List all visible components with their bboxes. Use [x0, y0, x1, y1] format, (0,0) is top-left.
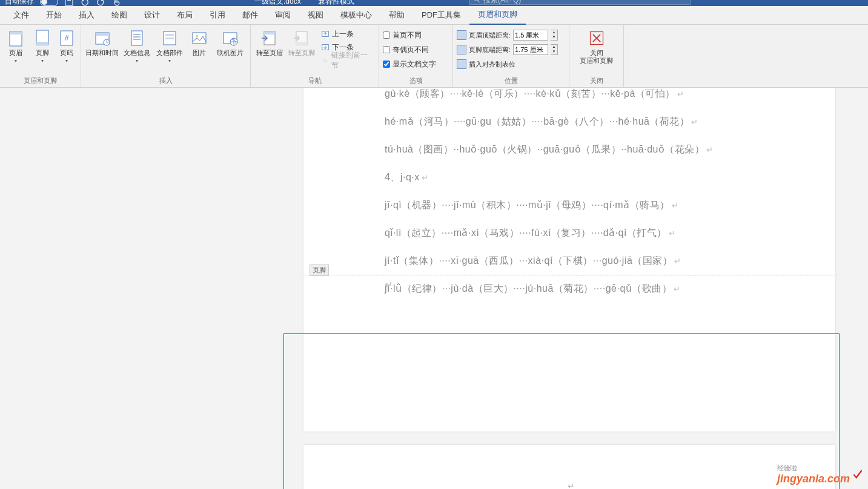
link-icon — [321, 56, 329, 65]
page-2: ↵ 页眉 lè·qù（乐趣）···guò·qù（过去）···hú·xū（胡须）·… — [303, 445, 835, 489]
search-placeholder: 搜索(Alt+Q) — [483, 0, 521, 5]
footer-button[interactable]: 页脚 ▾ — [30, 27, 55, 64]
doc-line: hé·mǎ（河马）····gū·gu（姑姑）····bā·gè（八个）···hé… — [385, 116, 714, 128]
svg-rect-11 — [96, 33, 109, 36]
onlinepic-button[interactable]: 联机图片 — [214, 27, 247, 57]
autosave-toggle[interactable] — [40, 0, 58, 6]
footer-bottom-label: 页脚底端距离: — [469, 45, 511, 54]
picture-button[interactable]: 图片 — [187, 27, 211, 57]
goto-header-icon — [260, 28, 279, 48]
group-title-close: 关闭 — [569, 76, 623, 87]
chevron-down-icon: ▾ — [41, 58, 44, 64]
doc-line: tú·huà（图画）··huǒ·guō（火锅）··guā·guǒ（瓜果）··hu… — [385, 143, 714, 156]
menu-tab-5[interactable]: 布局 — [168, 6, 201, 25]
footer-bottom-spinner[interactable]: ▲▼ — [551, 44, 558, 55]
menu-tab-6[interactable]: 引用 — [201, 6, 234, 25]
prev-nav-button[interactable]: 上一条 — [319, 27, 375, 41]
doc-line: jì·lǜ（纪律）···jù·dà（巨大）····jú·huā（菊花）····g… — [385, 283, 714, 295]
link-prev-section-button: 链接到前一节 — [319, 54, 375, 67]
header-button[interactable]: 页眉 ▾ — [4, 27, 28, 64]
menu-tab-3[interactable]: 绘图 — [103, 6, 136, 25]
first-page-different-checkbox[interactable]: 首页不同 — [383, 28, 436, 42]
menu-tab-13[interactable]: 页眉和页脚 — [469, 6, 526, 25]
checkmark-icon — [852, 469, 863, 480]
menu-tab-0[interactable]: 文件 — [5, 6, 38, 25]
header-icon — [6, 28, 25, 48]
title-bar: 自动保存 一级语文.docx 兼容性模式 搜索(Alt+Q) — [0, 0, 868, 6]
chevron-down-icon: ▾ — [15, 58, 17, 64]
calendar-icon — [93, 28, 112, 48]
document-area: gù·kè（顾客）····kě·lè（可乐）····kè·kǔ（刻苦）···kě… — [0, 88, 868, 489]
chevron-down-icon: ▾ — [168, 58, 171, 64]
header-top-label: 页眉顶端距离: — [469, 31, 511, 40]
menu-tabs: 文件开始插入绘图设计布局引用邮件审阅视图模板中心帮助PDF工具集页眉和页脚 — [0, 6, 868, 25]
menu-tab-12[interactable]: PDF工具集 — [413, 6, 469, 25]
menu-tab-2[interactable]: 插入 — [70, 6, 103, 25]
goto-footer-button: 转至页脚 — [287, 27, 316, 57]
group-title-headerfooter: 页眉和页脚 — [0, 76, 81, 87]
search-box[interactable]: 搜索(Alt+Q) — [469, 0, 691, 5]
autosave-label: 自动保存 — [5, 0, 34, 6]
group-title-position: 位置 — [453, 76, 569, 87]
tab-icon — [457, 59, 466, 69]
ribbon: 页眉 ▾ 页脚 ▾ # 页码 ▾ 页眉和页脚 日期和时间 — [0, 25, 868, 88]
prev-icon — [321, 30, 330, 38]
docparts-button[interactable]: 文档部件 ▾ — [154, 27, 185, 64]
footer-tag: 页脚 — [310, 264, 329, 276]
pagenum-button[interactable]: # 页码 ▾ — [57, 27, 77, 64]
search-icon — [474, 0, 481, 4]
svg-rect-0 — [65, 0, 73, 5]
show-doc-text-checkbox[interactable]: 显示文档文字 — [383, 57, 436, 71]
docinfo-button[interactable]: 文档信息 ▾ — [122, 27, 152, 64]
menu-tab-1[interactable]: 开始 — [38, 6, 70, 25]
goto-footer-icon — [292, 28, 311, 48]
chevron-down-icon: ▾ — [136, 58, 138, 64]
svg-rect-29 — [296, 42, 307, 45]
save-icon[interactable] — [64, 0, 74, 6]
close-header-footer-button[interactable]: 关闭页眉和页脚 — [575, 27, 618, 65]
insert-tab-button[interactable]: 插入对齐制表位 — [457, 57, 558, 71]
svg-point-23 — [196, 35, 198, 38]
paragraph-mark: ↵ — [385, 279, 393, 290]
onlinepic-icon — [220, 28, 240, 48]
menu-tab-11[interactable]: 帮助 — [380, 6, 413, 25]
compat-mode-label: 兼容性模式 — [318, 0, 354, 6]
menu-tab-8[interactable]: 审阅 — [267, 6, 299, 25]
redo-icon[interactable] — [96, 0, 105, 6]
header-top-input[interactable] — [513, 30, 548, 41]
svg-rect-7 — [36, 42, 48, 45]
svg-rect-20 — [165, 34, 174, 36]
touch-icon[interactable] — [111, 0, 121, 6]
menu-tab-7[interactable]: 邮件 — [234, 6, 267, 25]
group-title-options: 选项 — [379, 76, 452, 87]
datetime-button[interactable]: 日期和时间 — [85, 27, 119, 57]
svg-rect-15 — [131, 31, 142, 45]
header-top-spinner[interactable]: ▲▼ — [551, 30, 558, 41]
footer-icon — [33, 28, 52, 48]
doc-line: 4、j·q·x↵ — [385, 171, 714, 184]
docinfo-icon — [127, 28, 147, 48]
menu-tab-10[interactable]: 模板中心 — [332, 6, 380, 25]
undo-icon[interactable] — [80, 0, 90, 6]
footer-bottom-input[interactable] — [513, 44, 548, 55]
doc-line: jí·tǐ（集体）····xī·guā（西瓜）···xià·qí（下棋）···g… — [385, 255, 714, 267]
docparts-icon — [160, 28, 179, 48]
footer-margin-icon — [457, 45, 466, 54]
watermark: 经验啦 jingyanla.com — [777, 464, 863, 485]
page-1: gù·kè（顾客）····kě·lè（可乐）····kè·kǔ（刻苦）···kě… — [303, 88, 835, 432]
picture-icon — [190, 28, 209, 48]
odd-even-different-checkbox[interactable]: 奇偶页不同 — [383, 43, 436, 56]
header-margin-icon — [457, 30, 466, 40]
paragraph-mark: ↵ — [568, 481, 575, 489]
document-title: 一级语文.docx — [254, 0, 301, 6]
doc-line: gù·kè（顾客）····kě·lè（可乐）····kè·kǔ（刻苦）···kě… — [385, 88, 714, 100]
doc-line: jī·qì（机器）····jī·mù（积木）····mǔ·jī（母鸡）····q… — [385, 199, 714, 212]
svg-rect-1 — [67, 0, 71, 1]
menu-tab-9[interactable]: 视图 — [299, 6, 332, 25]
chevron-down-icon: ▾ — [65, 58, 68, 64]
group-title-insert: 插入 — [81, 76, 250, 87]
svg-rect-27 — [264, 31, 275, 34]
menu-tab-4[interactable]: 设计 — [136, 6, 168, 25]
goto-header-button[interactable]: 转至页眉 — [254, 27, 284, 57]
doc-line: qǐ·lì（起立）····mǎ·xì（马戏）····fù·xí（复习）····d… — [385, 227, 714, 240]
